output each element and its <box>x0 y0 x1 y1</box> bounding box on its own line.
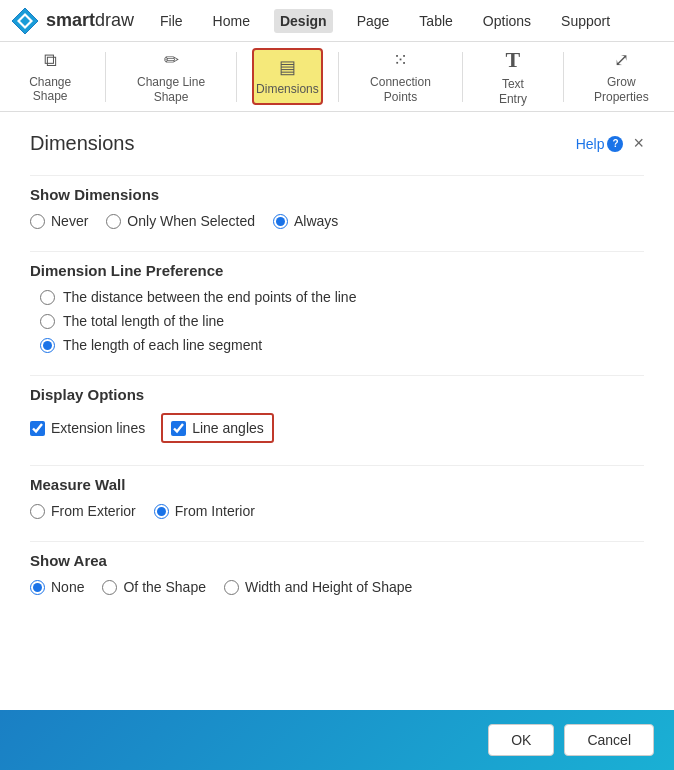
show-area-of-the-shape-label: Of the Shape <box>123 579 206 595</box>
dlp-length-each-segment[interactable]: The length of each line segment <box>40 337 644 353</box>
toolbar: ⧉ Change Shape ✏ Change Line Shape ▤ Dim… <box>0 42 674 112</box>
dimension-line-preference-section: Dimension Line Preference The distance b… <box>30 262 644 353</box>
display-options-title: Display Options <box>30 386 644 403</box>
nav-bar: smartdraw File Home Design Page Table Op… <box>0 0 674 42</box>
show-area-none-label: None <box>51 579 84 595</box>
toolbar-change-shape-label: Change Shape <box>20 75 80 104</box>
toolbar-divider-2 <box>236 52 237 102</box>
measure-wall-from-interior-radio[interactable] <box>154 504 169 519</box>
show-dimensions-section: Show Dimensions Never Only When Selected… <box>30 186 644 229</box>
show-area-width-height-label: Width and Height of Shape <box>245 579 412 595</box>
show-dimensions-title: Show Dimensions <box>30 186 644 203</box>
show-dimensions-never-label: Never <box>51 213 88 229</box>
help-label: Help <box>576 136 605 152</box>
show-area-none-radio[interactable] <box>30 580 45 595</box>
nav-page[interactable]: Page <box>351 9 396 33</box>
panel-divider-4 <box>30 465 644 466</box>
nav-support[interactable]: Support <box>555 9 616 33</box>
cancel-button[interactable]: Cancel <box>564 724 654 756</box>
dimension-line-preference-group: The distance between the end points of t… <box>30 289 644 353</box>
show-area-width-height[interactable]: Width and Height of Shape <box>224 579 412 595</box>
display-line-angles[interactable]: Line angles <box>161 413 274 443</box>
toolbar-change-shape[interactable]: ⧉ Change Shape <box>10 44 90 110</box>
connection-points-icon: ⁙ <box>393 49 408 71</box>
dimension-line-preference-title: Dimension Line Preference <box>30 262 644 279</box>
toolbar-grow-properties-label: Grow Properties <box>589 75 654 104</box>
toolbar-text-entry[interactable]: T Text Entry <box>478 41 548 112</box>
line-angles-checkbox[interactable] <box>171 421 186 436</box>
extension-lines-checkbox[interactable] <box>30 421 45 436</box>
panel-divider-3 <box>30 375 644 376</box>
show-dimensions-always[interactable]: Always <box>273 213 338 229</box>
show-area-title: Show Area <box>30 552 644 569</box>
toolbar-divider-4 <box>462 52 463 102</box>
measure-wall-group: From Exterior From Interior <box>30 503 644 519</box>
ok-button[interactable]: OK <box>488 724 554 756</box>
show-area-of-the-shape[interactable]: Of the Shape <box>102 579 206 595</box>
help-link[interactable]: Help ? <box>576 136 624 152</box>
panel-title: Dimensions <box>30 132 134 155</box>
dimensions-panel: Dimensions Help ? × Show Dimensions Neve… <box>0 112 674 637</box>
toolbar-change-line-shape-label: Change Line Shape <box>131 75 211 104</box>
dlp-distance-endpoints-radio[interactable] <box>40 290 55 305</box>
show-area-of-the-shape-radio[interactable] <box>102 580 117 595</box>
dlp-length-each-segment-radio[interactable] <box>40 338 55 353</box>
show-dimensions-never-radio[interactable] <box>30 214 45 229</box>
brand-name: smartdraw <box>46 10 134 31</box>
measure-wall-from-exterior[interactable]: From Exterior <box>30 503 136 519</box>
panel-header: Dimensions Help ? × <box>30 132 644 155</box>
nav-design[interactable]: Design <box>274 9 333 33</box>
dlp-total-length-radio[interactable] <box>40 314 55 329</box>
show-dimensions-only-when-selected-radio[interactable] <box>106 214 121 229</box>
extension-lines-label: Extension lines <box>51 420 145 436</box>
footer: OK Cancel <box>0 710 674 770</box>
grow-properties-icon: ⤢ <box>614 49 629 71</box>
nav-options[interactable]: Options <box>477 9 537 33</box>
measure-wall-from-interior-label: From Interior <box>175 503 255 519</box>
panel-divider-2 <box>30 251 644 252</box>
dlp-length-each-segment-label: The length of each line segment <box>63 337 262 353</box>
nav-file[interactable]: File <box>154 9 189 33</box>
nav-home[interactable]: Home <box>207 9 256 33</box>
nav-menu: File Home Design Page Table Options Supp… <box>154 9 616 33</box>
display-options-group: Extension lines Line angles <box>30 413 644 443</box>
toolbar-connection-points[interactable]: ⁙ Connection Points <box>354 43 447 110</box>
show-area-group: None Of the Shape Width and Height of Sh… <box>30 579 644 595</box>
help-badge: ? <box>607 136 623 152</box>
dlp-distance-endpoints[interactable]: The distance between the end points of t… <box>40 289 644 305</box>
panel-divider-5 <box>30 541 644 542</box>
show-area-width-height-radio[interactable] <box>224 580 239 595</box>
close-button[interactable]: × <box>633 133 644 154</box>
nav-table[interactable]: Table <box>413 9 458 33</box>
show-dimensions-always-radio[interactable] <box>273 214 288 229</box>
measure-wall-from-exterior-label: From Exterior <box>51 503 136 519</box>
show-dimensions-never[interactable]: Never <box>30 213 88 229</box>
toolbar-dimensions-label: Dimensions <box>256 82 319 96</box>
toolbar-divider-5 <box>563 52 564 102</box>
show-dimensions-only-when-selected[interactable]: Only When Selected <box>106 213 255 229</box>
change-line-shape-icon: ✏ <box>164 49 179 71</box>
measure-wall-from-exterior-radio[interactable] <box>30 504 45 519</box>
measure-wall-from-interior[interactable]: From Interior <box>154 503 255 519</box>
dlp-total-length-label: The total length of the line <box>63 313 224 329</box>
toolbar-connection-points-label: Connection Points <box>364 75 437 104</box>
dimensions-icon: ▤ <box>279 56 296 78</box>
toolbar-text-entry-label: Text Entry <box>488 77 538 106</box>
display-extension-lines[interactable]: Extension lines <box>30 420 145 436</box>
show-area-none[interactable]: None <box>30 579 84 595</box>
show-area-section: Show Area None Of the Shape Width and He… <box>30 552 644 595</box>
dlp-distance-endpoints-label: The distance between the end points of t… <box>63 289 356 305</box>
toolbar-divider-3 <box>338 52 339 102</box>
change-shape-icon: ⧉ <box>44 50 57 71</box>
show-dimensions-always-label: Always <box>294 213 338 229</box>
toolbar-change-line-shape[interactable]: ✏ Change Line Shape <box>121 43 221 110</box>
toolbar-dimensions[interactable]: ▤ Dimensions <box>252 48 323 104</box>
display-options-section: Display Options Extension lines Line ang… <box>30 386 644 443</box>
toolbar-grow-properties[interactable]: ⤢ Grow Properties <box>579 43 664 110</box>
measure-wall-section: Measure Wall From Exterior From Interior <box>30 476 644 519</box>
dlp-total-length[interactable]: The total length of the line <box>40 313 644 329</box>
line-angles-label: Line angles <box>192 420 264 436</box>
show-dimensions-radio-group: Never Only When Selected Always <box>30 213 644 229</box>
text-entry-icon: T <box>506 47 521 73</box>
toolbar-divider-1 <box>105 52 106 102</box>
